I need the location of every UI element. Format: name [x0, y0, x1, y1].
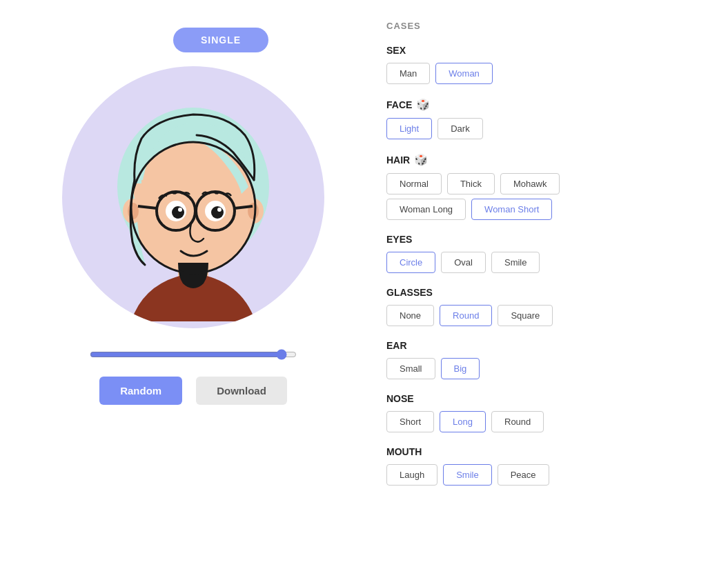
option-nose-round[interactable]: Round [491, 411, 544, 432]
section-title-ear: EAR [386, 340, 676, 351]
sections-container: SEXManWomanFACE🎲LightDarkHAIR🎲NormalThic… [386, 45, 676, 486]
option-eyes-smile[interactable]: Smile [491, 252, 540, 273]
random-button[interactable]: Random [99, 377, 182, 405]
option-glasses-square[interactable]: Square [498, 305, 553, 326]
section-title-sex: SEX [386, 45, 676, 56]
size-slider[interactable] [90, 349, 297, 360]
option-glasses-none[interactable]: None [386, 305, 434, 326]
svg-point-17 [217, 208, 222, 212]
option-eyes-oval[interactable]: Oval [441, 252, 486, 273]
cases-title: CASES [386, 21, 676, 31]
section-hair: HAIR🎲NormalThickMohawkWoman LongWoman Sh… [386, 153, 676, 220]
options-row-glasses: NoneRoundSquare [386, 305, 676, 326]
top-bar: SINGLE [28, 28, 359, 52]
option-hair-woman-short[interactable]: Woman Short [471, 199, 552, 220]
option-glasses-round[interactable]: Round [440, 305, 492, 326]
dice-icon-face[interactable]: 🎲 [416, 98, 430, 111]
option-ear-big[interactable]: Big [441, 358, 480, 379]
options-row-face: LightDark [386, 118, 676, 139]
svg-point-16 [178, 208, 182, 212]
option-hair-mohawk[interactable]: Mohawk [500, 173, 560, 194]
option-nose-long[interactable]: Long [440, 411, 486, 432]
left-panel: SINGLE [28, 14, 359, 499]
option-ear-small[interactable]: Small [386, 358, 435, 379]
option-mouth-smile[interactable]: Smile [443, 464, 492, 486]
option-hair-woman-long[interactable]: Woman Long [386, 199, 466, 220]
single-button[interactable]: SINGLE [173, 28, 268, 52]
section-ear: EARSmallBig [386, 340, 676, 379]
section-glasses: GLASSESNoneRoundSquare [386, 287, 676, 326]
options-row-sex: ManWoman [386, 63, 676, 84]
option-sex-man[interactable]: Man [386, 63, 430, 84]
section-title-mouth: MOUTH [386, 446, 676, 457]
dice-icon-hair[interactable]: 🎲 [414, 153, 428, 166]
svg-point-15 [211, 206, 224, 219]
section-sex: SEXManWoman [386, 45, 676, 84]
svg-point-14 [172, 206, 184, 219]
option-mouth-peace[interactable]: Peace [498, 464, 549, 486]
section-title-hair: HAIR🎲 [386, 153, 676, 166]
section-title-nose: NOSE [386, 393, 676, 404]
svg-point-4 [128, 203, 139, 219]
option-face-light[interactable]: Light [386, 118, 432, 139]
options-row-nose: ShortLongRound [386, 411, 676, 432]
options-row2-hair: Woman LongWoman Short [386, 199, 676, 220]
option-hair-normal[interactable]: Normal [386, 173, 442, 194]
section-title-eyes: EYES [386, 234, 676, 245]
size-slider-container [90, 349, 297, 363]
section-face: FACE🎲LightDark [386, 98, 676, 139]
option-sex-woman[interactable]: Woman [435, 63, 493, 84]
section-nose: NOSEShortLongRound [386, 393, 676, 432]
avatar-svg [76, 73, 311, 321]
action-buttons: Random Download [99, 377, 287, 405]
option-hair-thick[interactable]: Thick [447, 173, 495, 194]
options-row1-hair: NormalThickMohawk [386, 173, 676, 194]
option-nose-short[interactable]: Short [386, 411, 434, 432]
option-face-dark[interactable]: Dark [437, 118, 482, 139]
option-mouth-laugh[interactable]: Laugh [386, 464, 437, 486]
main-container: SINGLE [0, 0, 728, 513]
section-mouth: MOUTHLaughSmilePeace [386, 446, 676, 486]
avatar-preview [62, 66, 324, 328]
section-title-face: FACE🎲 [386, 98, 676, 111]
options-row-eyes: CircleOvalSmile [386, 252, 676, 273]
download-button[interactable]: Download [196, 377, 287, 405]
right-panel: CASES SEXManWomanFACE🎲LightDarkHAIR🎲Norm… [386, 14, 676, 499]
option-eyes-circle[interactable]: Circle [386, 252, 435, 273]
options-row-mouth: LaughSmilePeace [386, 464, 676, 486]
section-title-glasses: GLASSES [386, 287, 676, 298]
options-row-ear: SmallBig [386, 358, 676, 379]
section-eyes: EYESCircleOvalSmile [386, 234, 676, 273]
